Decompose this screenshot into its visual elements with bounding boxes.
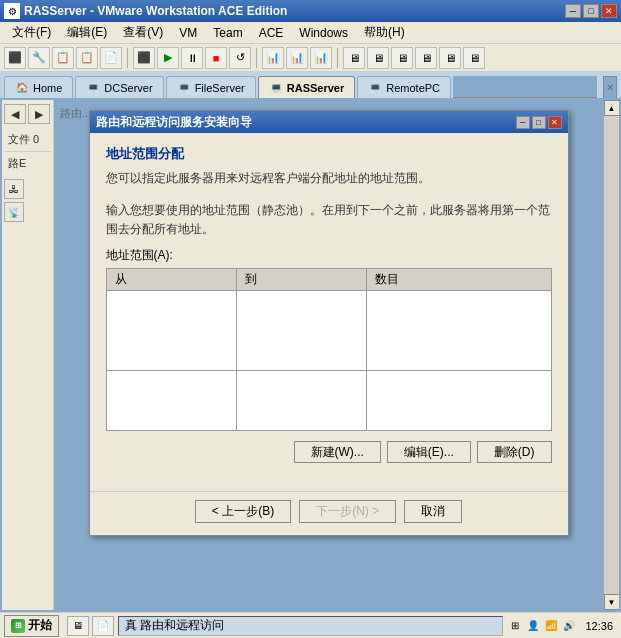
tab-dc-label: DCServer [104,82,152,94]
toolbar-btn-2[interactable]: 🔧 [28,47,50,69]
dialog-title-buttons: ─ □ ✕ [516,116,562,129]
sidebar-icon-1[interactable]: 🖧 [4,179,24,199]
toolbar-btn-1[interactable]: ⬛ [4,47,26,69]
toolbar: ⬛ 🔧 📋 📋 📄 ⬛ ▶ ⏸ ■ ↺ 📊 📊 📊 🖥 🖥 🖥 🖥 🖥 🖥 [0,44,621,72]
toolbar-btn-7[interactable]: 📊 [262,47,284,69]
toolbar-btn-5[interactable]: 📄 [100,47,122,69]
cell-empty-2 [236,371,366,431]
content-area: ◀ ▶ 文件 0 路E 🖧 📡 路由... [0,98,621,612]
tab-remote-label: RemotePC [386,82,440,94]
toolbar-btn-9[interactable]: 📊 [310,47,332,69]
toolbar-btn-15[interactable]: 🖥 [463,47,485,69]
start-label: 开始 [28,617,52,634]
col-count: 数目 [367,269,551,291]
status-icon-2[interactable]: 📄 [92,616,114,636]
tab-home-label: Home [33,82,62,94]
toolbar-btn-3[interactable]: 📋 [52,47,74,69]
scroll-track[interactable] [604,116,620,594]
menu-team[interactable]: Team [205,24,250,42]
menu-file[interactable]: 文件(F) [4,22,59,43]
toolbar-stop[interactable]: ■ [205,47,227,69]
app-icon: ⚙ [4,3,20,19]
wizard-dialog: 路由和远程访问服务安装向导 ─ □ ✕ 地址范围分配 您可以指定此服 [89,110,569,536]
tabs-close-button[interactable]: ✕ [603,76,617,98]
tab-home[interactable]: 🏠 Home [4,76,73,98]
tray-icon-3: 📶 [543,618,559,634]
tab-ras-label: RASServer [287,82,344,94]
next-button[interactable]: 下一步(N) > [299,500,396,523]
tab-file-label: FileServer [195,82,245,94]
toolbar-btn-4[interactable]: 📋 [76,47,98,69]
toolbar-btn-12[interactable]: 🖥 [391,47,413,69]
menu-edit[interactable]: 编辑(E) [59,22,115,43]
toolbar-btn-13[interactable]: 🖥 [415,47,437,69]
tab-remotepc[interactable]: 💻 RemotePC [357,76,451,98]
sidebar-item-route[interactable]: 路E [4,154,51,173]
left-sidebar: ◀ ▶ 文件 0 路E 🖧 📡 [2,100,54,610]
menu-vm[interactable]: VM [171,24,205,42]
table-actions: 新建(W)... 编辑(E)... 删除(D) [106,441,552,463]
status-right: ⊞ 👤 📶 🔊 12:36 [507,618,617,634]
tray-icon-2: 👤 [525,618,541,634]
close-button[interactable]: ✕ [601,4,617,18]
start-button[interactable]: ⊞ 开始 [4,615,59,637]
remote-icon: 💻 [368,81,382,95]
tray-icon-4: 🔊 [561,618,577,634]
col-from: 从 [106,269,236,291]
tab-dcserver[interactable]: 💻 DCServer [75,76,163,98]
address-table: 从 到 数目 [106,268,552,431]
maximize-button[interactable]: □ [583,4,599,18]
cell-count [367,291,551,371]
toolbar-btn-11[interactable]: 🖥 [367,47,389,69]
toolbar-play[interactable]: ▶ [157,47,179,69]
menu-ace[interactable]: ACE [251,24,292,42]
sidebar-icon-2[interactable]: 📡 [4,202,24,222]
table-row [106,371,551,431]
tab-rasserver[interactable]: 💻 RASServer [258,76,355,98]
start-icon: ⊞ [11,619,25,633]
edit-button[interactable]: 编辑(E)... [387,441,471,463]
scroll-up[interactable]: ▲ [604,100,620,116]
section-title: 地址范围分配 [106,145,552,163]
system-tray: ⊞ 👤 📶 🔊 [507,618,577,634]
dialog-close[interactable]: ✕ [548,116,562,129]
window-controls: ─ □ ✕ [565,4,617,18]
dc-icon: 💻 [86,81,100,95]
title-bar: ⚙ RASServer - VMware Workstation ACE Edi… [0,0,621,22]
cancel-button[interactable]: 取消 [404,500,462,523]
toolbar-pause[interactable]: ⏸ [181,47,203,69]
cell-from [106,291,236,371]
dialog-title-bar: 路由和远程访问服务安装向导 ─ □ ✕ [90,111,568,133]
tab-fileserver[interactable]: 💻 FileServer [166,76,256,98]
dialog-footer: < 上一步(B) 下一步(N) > 取消 [90,491,568,535]
nav-back[interactable]: ◀ [4,104,26,124]
status-icons: 🖥 📄 [67,616,114,636]
table-row [106,291,551,371]
home-icon: 🏠 [15,81,29,95]
menu-help[interactable]: 帮助(H) [356,22,413,43]
toolbar-btn-8[interactable]: 📊 [286,47,308,69]
back-button[interactable]: < 上一步(B) [195,500,291,523]
cell-to [236,291,366,371]
toolbar-btn-14[interactable]: 🖥 [439,47,461,69]
new-button[interactable]: 新建(W)... [294,441,381,463]
status-text: 真 路由和远程访问 [125,617,224,634]
menu-bar: 文件(F) 编辑(E) 查看(V) VM Team ACE Windows 帮助… [0,22,621,44]
toolbar-refresh[interactable]: ↺ [229,47,251,69]
scroll-down[interactable]: ▼ [604,594,620,610]
file-icon: 💻 [177,81,191,95]
toolbar-btn-10[interactable]: 🖥 [343,47,365,69]
minimize-button[interactable]: ─ [565,4,581,18]
dialog-min[interactable]: ─ [516,116,530,129]
status-icon-1[interactable]: 🖥 [67,616,89,636]
nav-forward[interactable]: ▶ [28,104,50,124]
menu-view[interactable]: 查看(V) [115,22,171,43]
delete-button[interactable]: 删除(D) [477,441,552,463]
toolbar-btn-6[interactable]: ⬛ [133,47,155,69]
sidebar-item-file[interactable]: 文件 0 [4,130,51,149]
toolbar-sep-1 [127,48,128,68]
section-desc: 您可以指定此服务器用来对远程客户端分配地址的地址范围。 [106,169,552,187]
menu-windows[interactable]: Windows [291,24,356,42]
dialog-max[interactable]: □ [532,116,546,129]
field-label: 地址范围(A): [106,247,552,264]
